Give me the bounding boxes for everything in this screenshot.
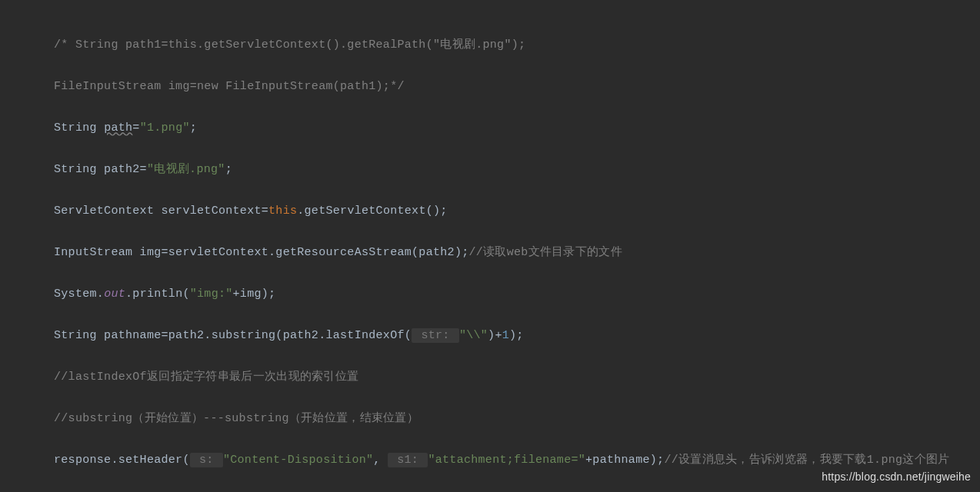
code-keyword: this [268,204,297,218]
code-string: "1.png" [140,121,190,135]
code-editor[interactable]: /* String path1=this.getServletContext()… [0,0,980,492]
code-comment: //设置消息头，告诉浏览器，我要下载1.png这个图片 [664,454,949,467]
watermark-text: https://blog.csdn.net/jingweihe [822,467,971,487]
code-comment: FileInputStream img=new FileInputStream(… [54,80,405,93]
code-text: response.setHeader( [54,454,190,467]
param-hint: s1: [388,453,428,467]
code-text: ; [225,163,232,176]
code-comment: //substring（开始位置）---substring（开始位置，结束位置） [54,412,418,425]
param-hint: s: [190,453,223,467]
code-text: = [132,121,139,135]
code-string: "attachment;filename=" [428,454,585,467]
code-number: 1 [502,329,509,342]
code-text: ServletContext servletContext= [54,204,268,218]
code-comment: /* String path1=this.getServletContext()… [54,38,525,52]
code-text: )+ [488,329,502,342]
code-string: "img:" [190,288,233,301]
code-text: InputStream img=servletContext.getResour… [54,246,468,259]
code-text: +img); [233,288,276,301]
code-text: ); [509,329,524,342]
param-hint: str: [412,328,459,343]
code-text: String pathname=path2.substring(path2.la… [54,329,412,342]
code-text: , [373,454,388,467]
code-comment: //lastIndexOf返回指定字符串最后一次出现的索引位置 [54,371,358,384]
code-field: out [104,288,125,301]
code-text: .println( [125,288,190,301]
code-var: path [104,121,132,135]
code-text: System. [54,288,104,301]
code-text: String [54,121,104,135]
code-string: "电视剧.png" [147,163,225,176]
code-text: +pathname); [585,454,664,467]
code-text: ; [190,121,197,135]
code-string: "Content-Disposition" [223,454,373,467]
code-comment: //读取web文件目录下的文件 [468,246,622,259]
code-string: "\\" [459,329,488,342]
code-text: String path2= [54,163,147,176]
code-text: .getServletContext(); [297,204,447,218]
